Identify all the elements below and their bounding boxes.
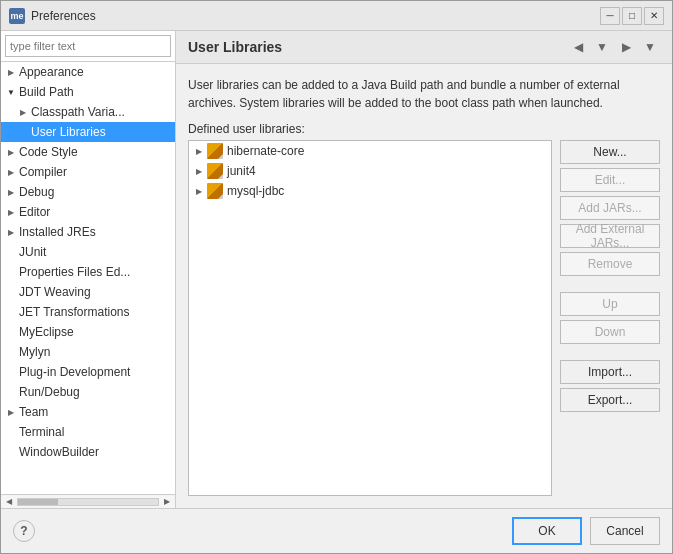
sidebar-item-label: Build Path <box>19 85 74 99</box>
sidebar-item-label: Classpath Varia... <box>31 105 125 119</box>
app-icon: me <box>9 8 25 24</box>
sidebar-item-label: MyEclipse <box>19 325 74 339</box>
minimize-button[interactable]: ─ <box>600 7 620 25</box>
remove-button[interactable]: Remove <box>560 252 660 276</box>
sidebar-item-label: Team <box>19 405 48 419</box>
sidebar-item-team[interactable]: ▶ Team <box>1 402 175 422</box>
sidebar-item-properties-files[interactable]: ▶ Properties Files Ed... <box>1 262 175 282</box>
lib-item-label: hibernate-core <box>227 144 304 158</box>
expand-arrow <box>17 126 29 138</box>
new-button[interactable]: New... <box>560 140 660 164</box>
sidebar-item-run-debug[interactable]: ▶ Run/Debug <box>1 382 175 402</box>
sidebar-item-plugin-development[interactable]: ▶ Plug-in Development <box>1 362 175 382</box>
sidebar-item-myeclipse[interactable]: ▶ MyEclipse <box>1 322 175 342</box>
down-button[interactable]: Down <box>560 320 660 344</box>
sidebar-item-debug[interactable]: ▶ Debug <box>1 182 175 202</box>
panel-body: User libraries can be added to a Java Bu… <box>176 64 672 508</box>
expand-arrow: ▶ <box>5 406 17 418</box>
sidebar-item-label: Plug-in Development <box>19 365 130 379</box>
panel-header: User Libraries ◀ ▼ ▶ ▼ <box>176 31 672 64</box>
sidebar-item-compiler[interactable]: ▶ Compiler <box>1 162 175 182</box>
nav-dropdown2-button[interactable]: ▼ <box>640 37 660 57</box>
sidebar-item-label: Compiler <box>19 165 67 179</box>
sidebar-item-label: WindowBuilder <box>19 445 99 459</box>
lib-expand-arrow: ▶ <box>193 147 205 156</box>
sidebar: ▶ Appearance ▼ Build Path ▶ Classpath Va… <box>1 31 176 508</box>
sidebar-item-label: Run/Debug <box>19 385 80 399</box>
lib-expand-arrow: ▶ <box>193 167 205 176</box>
help-button[interactable]: ? <box>13 520 35 542</box>
add-external-jars-button[interactable]: Add External JARs... <box>560 224 660 248</box>
lib-item-junit4[interactable]: ▶ junit4 <box>189 161 551 181</box>
library-icon <box>207 163 223 179</box>
library-icon <box>207 143 223 159</box>
import-button[interactable]: Import... <box>560 360 660 384</box>
library-area: ▶ hibernate-core ▶ junit4 ▶ mysql <box>188 140 660 496</box>
sidebar-item-label: Debug <box>19 185 54 199</box>
titlebar-buttons: ─ □ ✕ <box>600 7 664 25</box>
filter-container <box>1 31 175 62</box>
sidebar-item-label: JET Transformations <box>19 305 129 319</box>
sidebar-item-user-libraries[interactable]: User Libraries <box>1 122 175 142</box>
sidebar-item-mylyn[interactable]: ▶ Mylyn <box>1 342 175 362</box>
scroll-left-arrow[interactable]: ◀ <box>3 496 15 508</box>
spacer2 <box>560 348 660 356</box>
defined-label: Defined user libraries: <box>188 122 660 136</box>
sidebar-item-terminal[interactable]: ▶ Terminal <box>1 422 175 442</box>
scroll-track[interactable] <box>17 498 159 506</box>
close-button[interactable]: ✕ <box>644 7 664 25</box>
lib-item-mysql[interactable]: ▶ mysql-jdbc <box>189 181 551 201</box>
expand-arrow: ▶ <box>5 66 17 78</box>
sidebar-item-editor[interactable]: ▶ Editor <box>1 202 175 222</box>
panel-title: User Libraries <box>188 39 282 55</box>
preferences-window: me Preferences ─ □ ✕ ▶ Appearance ▼ Buil… <box>0 0 673 554</box>
bottom-bar: ? OK Cancel <box>1 508 672 553</box>
cancel-button[interactable]: Cancel <box>590 517 660 545</box>
expand-arrow: ▶ <box>5 226 17 238</box>
filter-input[interactable] <box>5 35 171 57</box>
sidebar-scrollbar[interactable]: ◀ ▶ <box>1 494 175 508</box>
library-icon <box>207 183 223 199</box>
lib-expand-arrow: ▶ <box>193 187 205 196</box>
expand-arrow: ▶ <box>5 166 17 178</box>
expand-arrow: ▶ <box>5 186 17 198</box>
lib-item-hibernate[interactable]: ▶ hibernate-core <box>189 141 551 161</box>
expand-arrow: ▶ <box>5 206 17 218</box>
sidebar-item-code-style[interactable]: ▶ Code Style <box>1 142 175 162</box>
maximize-button[interactable]: □ <box>622 7 642 25</box>
scroll-thumb[interactable] <box>18 499 58 505</box>
forward-button[interactable]: ▶ <box>616 37 636 57</box>
sidebar-item-junit[interactable]: ▶ JUnit <box>1 242 175 262</box>
main-content: ▶ Appearance ▼ Build Path ▶ Classpath Va… <box>1 31 672 508</box>
sidebar-item-label: Properties Files Ed... <box>19 265 130 279</box>
sidebar-item-label: JUnit <box>19 245 46 259</box>
back-button[interactable]: ◀ <box>568 37 588 57</box>
right-panel: User Libraries ◀ ▼ ▶ ▼ User libraries ca… <box>176 31 672 508</box>
action-buttons: New... Edit... Add JARs... Add External … <box>560 140 660 496</box>
sidebar-item-windowbuilder[interactable]: ▶ WindowBuilder <box>1 442 175 462</box>
sidebar-item-label: Terminal <box>19 425 64 439</box>
add-jars-button[interactable]: Add JARs... <box>560 196 660 220</box>
edit-button[interactable]: Edit... <box>560 168 660 192</box>
sidebar-item-label: Installed JREs <box>19 225 96 239</box>
lib-item-label: mysql-jdbc <box>227 184 284 198</box>
sidebar-item-label: User Libraries <box>31 125 106 139</box>
sidebar-item-installed-jres[interactable]: ▶ Installed JREs <box>1 222 175 242</box>
nav-dropdown-button[interactable]: ▼ <box>592 37 612 57</box>
description-text: User libraries can be added to a Java Bu… <box>188 76 660 112</box>
panel-header-actions: ◀ ▼ ▶ ▼ <box>568 37 660 57</box>
ok-button[interactable]: OK <box>512 517 582 545</box>
sidebar-item-jdt-weaving[interactable]: ▶ JDT Weaving <box>1 282 175 302</box>
sidebar-item-label: Editor <box>19 205 50 219</box>
scroll-right-arrow[interactable]: ▶ <box>161 496 173 508</box>
sidebar-item-build-path[interactable]: ▼ Build Path <box>1 82 175 102</box>
sidebar-item-jet-transformations[interactable]: ▶ JET Transformations <box>1 302 175 322</box>
up-button[interactable]: Up <box>560 292 660 316</box>
sidebar-item-label: JDT Weaving <box>19 285 91 299</box>
export-button[interactable]: Export... <box>560 388 660 412</box>
sidebar-item-classpath-variables[interactable]: ▶ Classpath Varia... <box>1 102 175 122</box>
library-list[interactable]: ▶ hibernate-core ▶ junit4 ▶ mysql <box>188 140 552 496</box>
expand-arrow: ▼ <box>5 86 17 98</box>
expand-arrow: ▶ <box>5 146 17 158</box>
sidebar-item-appearance[interactable]: ▶ Appearance <box>1 62 175 82</box>
